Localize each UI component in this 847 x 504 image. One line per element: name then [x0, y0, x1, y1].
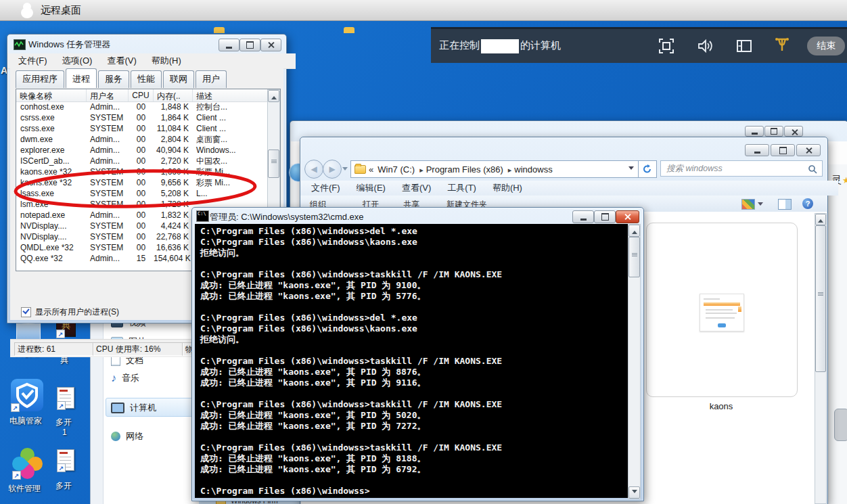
nav-item-music[interactable]: ♪ 音乐: [111, 372, 139, 384]
scrollbar-thumb[interactable]: [268, 150, 279, 178]
console-line: [200, 388, 626, 399]
process-row[interactable]: dwm.exe Admin... 00 2,804 K 桌面窗...: [16, 134, 267, 145]
column-user-name[interactable]: 用户名: [87, 89, 129, 101]
scrollbar-thumb[interactable]: [815, 225, 826, 372]
history-dropdown-icon[interactable]: [342, 167, 348, 173]
close-button[interactable]: [796, 144, 821, 156]
menu-view[interactable]: 查看(V): [107, 55, 136, 67]
breadcrumb-windowss[interactable]: windowss: [513, 164, 553, 175]
search-input[interactable]: 搜索 windowss: [660, 160, 823, 177]
views-icon[interactable]: [741, 199, 755, 210]
minimize-button[interactable]: [219, 39, 239, 51]
column-memory[interactable]: 内存(..: [154, 89, 193, 101]
pin-icon[interactable]: [773, 36, 791, 53]
tab-networking[interactable]: 联网: [163, 70, 194, 88]
qq-penguin-icon: [19, 1, 35, 19]
desktop-icon-pc-manager[interactable]: ↗ 电脑管家: [7, 379, 54, 430]
explorer-menu-bar: 文件(F) 编辑(E) 查看(V) 工具(T) 帮助(H): [300, 181, 838, 196]
column-cpu[interactable]: CPU: [129, 89, 154, 101]
shortcut-arrow-icon: ↗: [57, 463, 66, 472]
breadcrumb-program-files[interactable]: Program Files (x86): [425, 164, 513, 175]
process-row[interactable]: ISCertD_ab... Admin... 00 2,720 K 中国农...: [16, 156, 267, 166]
menu-view[interactable]: 查看(V): [402, 182, 431, 194]
nav-item-network[interactable]: 网络: [111, 430, 143, 442]
scroll-up-button[interactable]: [268, 90, 279, 102]
scroll-down-button[interactable]: [628, 486, 640, 499]
console-line: C:\Program Files (x86)\windowss>taskkill…: [200, 269, 626, 280]
minimize-button[interactable]: [572, 210, 594, 223]
split-screen-icon[interactable]: [735, 37, 753, 55]
help-icon[interactable]: ?: [802, 198, 813, 209]
console-line: C:\Program Files (x86)\windowss>del *.ex…: [200, 313, 626, 323]
column-description[interactable]: 描述: [193, 89, 269, 101]
task-manager-tabs: 应用程序 进程 服务 性能 联网 用户: [16, 71, 228, 88]
console-scrollbar[interactable]: [628, 224, 641, 499]
views-dropdown-icon[interactable]: [758, 202, 763, 208]
close-button[interactable]: [260, 39, 281, 51]
close-button[interactable]: [616, 210, 639, 223]
desktop-icon-duokai-2[interactable]: ↗ 多开: [54, 449, 84, 503]
console-line: C:\Program Files (x86)\windowss\kaons.ex…: [200, 323, 626, 334]
scroll-up-button[interactable]: [815, 214, 826, 225]
process-row[interactable]: conhost.exe Admin... 00 1,848 K 控制台...: [16, 101, 267, 112]
file-name[interactable]: kaons: [646, 401, 796, 411]
menu-tools[interactable]: 工具(T): [447, 182, 476, 194]
app-title: 远程桌面: [41, 4, 81, 17]
forward-button[interactable]: ▶: [323, 160, 342, 179]
menu-file[interactable]: 文件(F): [311, 182, 340, 194]
tab-users[interactable]: 用户: [196, 70, 227, 88]
process-row[interactable]: explorer.exe Admin... 00 40,904 K Window…: [16, 145, 267, 156]
preview-pane-icon[interactable]: [778, 199, 792, 210]
explorer-scrollbar[interactable]: [815, 213, 827, 504]
close-button[interactable]: [784, 126, 803, 137]
tab-performance[interactable]: 性能: [131, 70, 162, 88]
app-title-bar: 远程桌面: [0, 0, 847, 21]
desktop-icon-software-manager[interactable]: ↗ 软件管理: [7, 448, 54, 499]
menu-help[interactable]: 帮助(H): [152, 55, 181, 67]
breadcrumb-overflow[interactable]: «: [369, 164, 373, 175]
show-all-processes-checkbox[interactable]: 显示所有用户的进程(S): [21, 306, 119, 318]
scrollbar-thumb[interactable]: [628, 237, 640, 277]
fullscreen-icon[interactable]: [658, 37, 675, 55]
checkbox-checked-icon: [21, 307, 31, 317]
task-manager-menu: 文件(F) 选项(O) 查看(V) 帮助(H): [7, 53, 296, 69]
desktop-icon-duokai-1[interactable]: ↗ 多开 1: [54, 387, 84, 444]
maximize-button[interactable]: [771, 144, 795, 156]
column-image-name[interactable]: 映像名称: [16, 89, 87, 101]
menu-file[interactable]: 文件(F): [18, 55, 47, 67]
tab-applications[interactable]: 应用程序: [16, 70, 64, 88]
maximize-button[interactable]: [764, 126, 783, 137]
process-list-header: 映像名称 用户名 CPU 内存(.. 描述: [16, 89, 280, 102]
minimize-button[interactable]: [745, 126, 764, 137]
process-row[interactable]: csrss.exe SYSTEM 00 1,864 K Client ...: [16, 112, 267, 123]
menu-help[interactable]: 帮助(H): [493, 182, 522, 194]
back-button[interactable]: ◀: [304, 160, 323, 179]
nav-item-computer[interactable]: 计算机: [111, 402, 156, 414]
minimize-button[interactable]: [745, 144, 769, 156]
maximize-button[interactable]: [594, 210, 616, 223]
remote-desktop-screen: A 回收站 ↗ 电脑管家 ↗ 软件管理 典 ↗ 大话 典 ↗ 多开 1: [0, 0, 847, 504]
breadcrumb-drive[interactable]: Win7 (C:): [376, 164, 424, 175]
console-output[interactable]: C:\Program Files (x86)\windowss>del *.ex…: [195, 224, 641, 498]
background-scrollbar-thumb[interactable]: [834, 409, 847, 441]
refresh-button[interactable]: [639, 160, 657, 178]
menu-edit[interactable]: 编辑(E): [357, 182, 386, 194]
tab-processes[interactable]: 进程: [66, 68, 97, 88]
tab-services[interactable]: 服务: [98, 70, 129, 88]
refresh-icon: [643, 164, 652, 174]
shortcut-arrow-icon: ↗: [11, 403, 20, 412]
console-line: C:\Program Files (x86)\windowss>: [200, 486, 626, 497]
address-dropdown-icon[interactable]: [628, 166, 634, 173]
status-process-count: 进程数: 61: [14, 342, 94, 356]
sort-ascending-icon: [48, 89, 52, 94]
file-thumbnail[interactable]: [646, 223, 798, 397]
process-row[interactable]: csrss.exe SYSTEM 00 11,084 K Client ...: [16, 123, 267, 134]
maximize-button[interactable]: [239, 39, 260, 51]
end-session-button[interactable]: 结束: [807, 37, 845, 55]
volume-icon[interactable]: [696, 37, 714, 55]
folder-icon: [214, 27, 225, 33]
menu-options[interactable]: 选项(O): [62, 55, 93, 67]
scroll-up-button[interactable]: [628, 225, 640, 237]
address-bar[interactable]: « Win7 (C:) Program Files (x86) windowss: [350, 160, 639, 178]
console-line: [200, 302, 626, 313]
